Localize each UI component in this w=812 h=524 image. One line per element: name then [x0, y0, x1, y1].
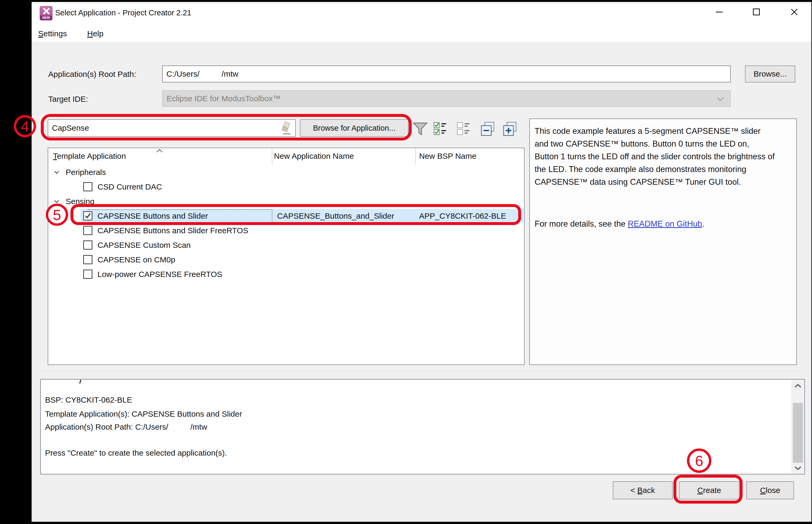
browse-root-path-button[interactable]: Browse... — [745, 65, 795, 82]
menu-settings[interactable]: Settings — [35, 28, 69, 39]
tree-group-label: Peripherals — [66, 165, 106, 179]
collapse-all-icon — [480, 122, 495, 136]
column-header-new-bsp-name[interactable]: New BSP Name — [419, 151, 476, 161]
target-ide-label: Target IDE: — [48, 94, 88, 104]
app-icon: NEW — [40, 6, 52, 20]
close-button[interactable] — [781, 2, 808, 22]
tree-item-label: Low-power CAPSENSE FreeRTOS — [98, 267, 222, 281]
close-button-label: Close — [760, 486, 780, 495]
app-icon-new-badge: NEW — [40, 16, 52, 20]
search-box — [48, 119, 295, 137]
description-more-prefix: For more details, see the — [535, 219, 628, 228]
maximize-icon — [753, 9, 760, 15]
column-separator — [272, 148, 272, 165]
browse-for-application-button[interactable]: Browse for Application... — [300, 119, 408, 137]
title-bar[interactable]: NEW Select Application - Project Creator… — [32, 2, 811, 24]
minimize-button[interactable] — [706, 2, 732, 22]
description-more: For more details, see the README on GitH… — [535, 218, 784, 230]
create-button-label: Create — [697, 486, 721, 495]
annotation-step-4-number: 4 — [21, 118, 29, 135]
tree-group-label: Sensing — [66, 194, 94, 209]
summary-log-panel: BSP: CY8CKIT-062-BLE Template Applicatio… — [40, 379, 805, 474]
checkbox[interactable] — [83, 241, 92, 250]
menu-bar: Settings Help — [32, 24, 811, 42]
root-path-label: Application(s) Root Path: — [48, 69, 136, 80]
checkmark-icon — [84, 212, 92, 220]
description-more-suffix: . — [702, 219, 705, 228]
checkbox[interactable] — [83, 226, 92, 235]
tree-item-label: CSD Current DAC — [98, 180, 162, 194]
clipped-text-fragment — [79, 380, 81, 384]
tree-item-capsense-buttons-slider-freertos[interactable]: CAPSENSE Buttons and Slider FreeRTOS — [48, 224, 524, 238]
window-title: Select Application - Project Creator 2.2… — [55, 9, 191, 17]
deselect-all-button[interactable] — [456, 121, 473, 136]
filter-button[interactable] — [412, 121, 428, 136]
new-bsp-name-cell[interactable]: APP_CY8CKIT-062-BLE — [419, 209, 506, 223]
browse-for-application-label: Browse for Application... — [313, 124, 395, 132]
sort-ascending-icon — [156, 149, 163, 153]
tree-group-peripherals[interactable]: Peripherals — [48, 165, 524, 179]
log-line-root-path: Application(s) Root Path: C:/Users/ /mtw — [45, 422, 207, 432]
tree-item-label: CAPSENSE on CM0p — [98, 252, 175, 267]
back-button-label: Back — [638, 486, 655, 495]
checkbox[interactable] — [83, 269, 92, 279]
log-line-press-create: Press "Create" to create the selected ap… — [45, 447, 227, 459]
tree-item-capsense-on-cm0p[interactable]: CAPSENSE on CM0p — [48, 252, 524, 267]
lower-separator — [40, 371, 805, 371]
select-all-icon — [434, 122, 449, 136]
close-dialog-button[interactable]: Close — [746, 481, 794, 500]
deselect-all-icon — [457, 122, 473, 136]
target-ide-select: Eclipse IDE for ModusToolbox™ — [162, 91, 731, 107]
browse-root-path-label: Browse... — [754, 69, 786, 79]
menu-help[interactable]: Help — [85, 28, 106, 39]
scrollbar-thumb[interactable] — [793, 403, 803, 463]
target-ide-value: Eclipse IDE for ModusToolbox™ — [167, 94, 281, 103]
section-separator — [40, 113, 796, 114]
tree-item-capsense-custom-scan[interactable]: CAPSENSE Custom Scan — [48, 238, 524, 252]
checkbox[interactable] — [83, 182, 92, 191]
chevron-down-icon[interactable] — [54, 171, 60, 174]
tree-item-capsense-buttons-and-slider-selected[interactable]: CAPSENSE Buttons and Slider CAPSENSE_But… — [48, 209, 524, 223]
tree-group-sensing[interactable]: Sensing — [48, 194, 524, 209]
create-button[interactable]: Create — [679, 481, 740, 500]
tree-item-label: CAPSENSE Custom Scan — [98, 238, 191, 252]
scroll-down-icon[interactable] — [795, 466, 801, 470]
template-tree-panel: Template Application New Application Nam… — [48, 148, 525, 365]
filter-funnel-icon — [413, 122, 427, 135]
checkbox[interactable] — [83, 255, 92, 264]
back-button-chevron: < — [630, 486, 638, 495]
clear-search-eraser-icon[interactable] — [280, 122, 291, 135]
new-application-name-cell[interactable]: CAPSENSE_Buttons_and_Slider — [277, 209, 394, 223]
column-header-new-application-name[interactable]: New Application Name — [274, 151, 354, 161]
chevron-down-icon[interactable] — [54, 200, 60, 203]
column-header-template-application[interactable]: Template Application — [53, 151, 126, 161]
expand-all-icon — [503, 122, 517, 136]
screenshot-stage: NEW Select Application - Project Creator… — [0, 0, 812, 524]
collapse-all-button[interactable] — [480, 121, 495, 136]
log-line-template: Template Application(s): CAPSENSE Button… — [45, 408, 242, 420]
scroll-up-icon[interactable] — [795, 384, 801, 388]
project-creator-window: NEW Select Application - Project Creator… — [31, 2, 812, 522]
back-button[interactable]: < Back — [613, 481, 673, 500]
column-separator — [416, 148, 416, 165]
root-path-input[interactable] — [162, 65, 731, 82]
tree-item-low-power-capsense-freertos[interactable]: Low-power CAPSENSE FreeRTOS — [48, 267, 524, 281]
search-input[interactable] — [48, 120, 276, 136]
maximize-button[interactable] — [743, 2, 769, 22]
tree-item-csd-current-dac[interactable]: CSD Current DAC — [48, 180, 524, 194]
close-icon — [791, 8, 798, 16]
readme-github-link[interactable]: README on GitHub — [628, 219, 702, 228]
description-text: This code example features a 5-segment C… — [535, 125, 775, 189]
tree-item-label: CAPSENSE Buttons and Slider FreeRTOS — [98, 224, 248, 238]
chevron-down-icon — [717, 97, 724, 101]
log-scrollbar[interactable] — [792, 380, 804, 473]
select-all-button[interactable] — [433, 121, 450, 136]
checkbox-checked[interactable] — [83, 211, 92, 220]
minimize-icon — [716, 12, 723, 13]
log-line-bsp: BSP: CY8CKIT-062-BLE — [45, 394, 132, 406]
expand-all-button[interactable] — [502, 121, 518, 136]
tree-item-label: CAPSENSE Buttons and Slider — [98, 209, 208, 223]
description-panel: This code example features a 5-segment C… — [529, 118, 797, 365]
